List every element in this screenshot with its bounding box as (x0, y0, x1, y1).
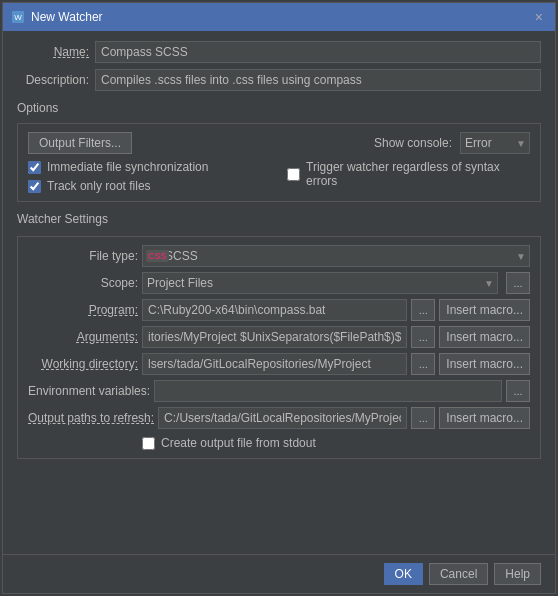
program-label: Program: (28, 303, 138, 317)
output-paths-browse-button[interactable]: ... (411, 407, 435, 429)
output-paths-insert-macro-button[interactable]: Insert macro... (439, 407, 530, 429)
arguments-label: Arguments: (28, 330, 138, 344)
dialog-footer: OK Cancel Help (3, 554, 555, 593)
arguments-insert-macro-button[interactable]: Insert macro... (439, 326, 530, 348)
watcher-section-label: Watcher Settings (17, 212, 541, 226)
program-row: Program: ... Insert macro... (28, 299, 530, 321)
output-filters-button[interactable]: Output Filters... (28, 132, 132, 154)
track-root-label: Track only root files (47, 179, 151, 193)
output-paths-input[interactable] (158, 407, 407, 429)
arguments-browse-button[interactable]: ... (411, 326, 435, 348)
working-dir-browse-button[interactable]: ... (411, 353, 435, 375)
scope-select-container: Project Files ▼ (142, 272, 498, 294)
working-dir-input[interactable] (142, 353, 407, 375)
file-type-select[interactable]: SCSS LESS Sass (142, 245, 530, 267)
title-bar: W New Watcher × (3, 3, 555, 31)
env-vars-row: Environment variables: ... (28, 380, 530, 402)
immediate-sync-checkbox[interactable] (28, 161, 41, 174)
options-section-label: Options (17, 101, 541, 115)
name-input[interactable] (95, 41, 541, 63)
trigger-watcher-label: Trigger watcher regardless of syntax err… (306, 160, 530, 188)
immediate-sync-label: Immediate file synchronization (47, 160, 208, 174)
output-paths-label: Output paths to refresh: (28, 411, 154, 425)
cancel-button[interactable]: Cancel (429, 563, 488, 585)
arguments-input[interactable] (142, 326, 407, 348)
trigger-watcher-row: Trigger watcher regardless of syntax err… (287, 160, 530, 188)
track-root-checkbox[interactable] (28, 180, 41, 193)
trigger-watcher-checkbox[interactable] (287, 168, 300, 181)
svg-text:W: W (14, 13, 22, 22)
name-label: Name: (17, 45, 89, 59)
program-input[interactable] (142, 299, 407, 321)
dialog-title: New Watcher (31, 10, 525, 24)
description-row: Description: (17, 69, 541, 91)
env-vars-browse-button[interactable]: ... (506, 380, 530, 402)
options-right: Trigger watcher regardless of syntax err… (271, 160, 530, 193)
scope-row: Scope: Project Files ▼ ... (28, 272, 530, 294)
description-label: Description: (17, 73, 89, 87)
create-output-label: Create output file from stdout (161, 436, 316, 450)
file-type-label: File type: (28, 249, 138, 263)
options-left: Immediate file synchronization Track onl… (28, 160, 271, 193)
program-browse-button[interactable]: ... (411, 299, 435, 321)
create-output-checkbox[interactable] (142, 437, 155, 450)
file-type-select-container: SCSS LESS Sass CSS ▼ (142, 245, 530, 267)
arguments-row: Arguments: ... Insert macro... (28, 326, 530, 348)
scope-select[interactable]: Project Files (142, 272, 498, 294)
dialog-icon: W (11, 10, 25, 24)
working-dir-insert-macro-button[interactable]: Insert macro... (439, 353, 530, 375)
show-console-select-container: Error Always Never ▼ (460, 132, 530, 154)
watcher-settings-box: File type: SCSS LESS Sass CSS ▼ Scope: P… (17, 236, 541, 459)
file-type-icon: CSS (146, 250, 169, 262)
create-output-row: Create output file from stdout (28, 436, 530, 450)
close-button[interactable]: × (531, 10, 547, 24)
options-checkboxes: Immediate file synchronization Track onl… (28, 160, 530, 193)
program-insert-macro-button[interactable]: Insert macro... (439, 299, 530, 321)
show-console-row: Show console: Error Always Never ▼ (374, 132, 530, 154)
dialog-content: Name: Description: Options Output Filter… (3, 31, 555, 554)
scope-browse-button[interactable]: ... (506, 272, 530, 294)
help-button[interactable]: Help (494, 563, 541, 585)
options-first-row: Output Filters... Show console: Error Al… (28, 132, 530, 154)
options-box: Output Filters... Show console: Error Al… (17, 123, 541, 202)
ok-button[interactable]: OK (384, 563, 423, 585)
description-input[interactable] (95, 69, 541, 91)
output-paths-row: Output paths to refresh: ... Insert macr… (28, 407, 530, 429)
show-console-select[interactable]: Error Always Never (460, 132, 530, 154)
env-vars-label: Environment variables: (28, 384, 150, 398)
env-vars-input[interactable] (154, 380, 502, 402)
working-dir-label: Working directory: (28, 357, 138, 371)
track-root-row: Track only root files (28, 179, 271, 193)
scope-label: Scope: (28, 276, 138, 290)
working-dir-row: Working directory: ... Insert macro... (28, 353, 530, 375)
immediate-sync-row: Immediate file synchronization (28, 160, 271, 174)
show-console-label: Show console: (374, 136, 452, 150)
new-watcher-dialog: W New Watcher × Name: Description: Optio… (2, 2, 556, 594)
name-row: Name: (17, 41, 541, 63)
file-type-row: File type: SCSS LESS Sass CSS ▼ (28, 245, 530, 267)
